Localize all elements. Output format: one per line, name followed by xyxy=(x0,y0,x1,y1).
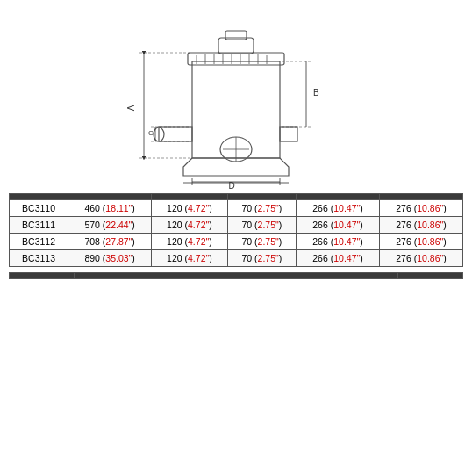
table-cell: 266 (10.47") xyxy=(297,217,380,234)
col-header-pressure xyxy=(268,273,333,279)
svg-rect-2 xyxy=(218,38,254,54)
svg-text:C: C xyxy=(148,129,154,137)
dimensions-table: BC3110460 (18.11")120 (4.72")70 (2.75")2… xyxy=(9,193,463,267)
col-header-pipe xyxy=(139,273,204,279)
table-row: BC3112708 (27.87")120 (4.72")70 (2.75")2… xyxy=(10,234,463,250)
table-cell: 460 (18.11") xyxy=(68,200,152,217)
col-header-b xyxy=(152,194,228,200)
table-cell: 70 (2.75") xyxy=(227,234,296,250)
col-header-c xyxy=(227,194,296,200)
table-cell: 276 (10.86") xyxy=(379,217,462,234)
table-cell: 266 (10.47") xyxy=(297,200,380,217)
diagram-section: A C B D E xyxy=(9,9,463,193)
col-header-model2 xyxy=(10,273,75,279)
table-cell: BC3112 xyxy=(10,234,68,250)
svg-text:E: E xyxy=(233,188,240,189)
table-cell: 70 (2.75") xyxy=(227,250,296,267)
svg-text:A: A xyxy=(126,105,136,111)
specs-table-wrapper xyxy=(9,272,463,279)
table-cell: 266 (10.47") xyxy=(297,234,380,250)
svg-rect-15 xyxy=(280,127,297,141)
specs-table xyxy=(9,272,463,279)
col-header-e xyxy=(379,194,462,200)
col-header-weight xyxy=(333,273,398,279)
table-cell: 120 (4.72") xyxy=(152,234,228,250)
col-header-d xyxy=(297,194,380,200)
table-cell: 890 (35.03") xyxy=(68,250,152,267)
table-cell: 276 (10.86") xyxy=(379,200,462,217)
table-row: BC3110460 (18.11")120 (4.72")70 (2.75")2… xyxy=(10,200,463,217)
table-cell: 120 (4.72") xyxy=(152,250,228,267)
table-cell: BC3113 xyxy=(10,250,68,267)
table-cell: 266 (10.47") xyxy=(297,250,380,267)
table-cell: BC3111 xyxy=(10,217,68,234)
table-cell: 570 (22.44") xyxy=(68,217,152,234)
filter-diagram: A C B D E xyxy=(13,13,459,189)
table-row: BC3111570 (22.44")120 (4.72")70 (2.75")2… xyxy=(10,217,463,234)
table-cell: 120 (4.72") xyxy=(152,217,228,234)
col-header-flow-rate xyxy=(204,273,268,279)
col-header-a xyxy=(68,194,152,200)
svg-rect-1 xyxy=(188,53,284,65)
table-cell: 276 (10.86") xyxy=(379,250,462,267)
table-cell: 70 (2.75") xyxy=(227,200,296,217)
col-header-filter-area xyxy=(74,273,139,279)
table-cell: 276 (10.86") xyxy=(379,234,462,250)
dimensions-table-wrapper: BC3110460 (18.11")120 (4.72")70 (2.75")2… xyxy=(9,193,463,267)
table-cell: 120 (4.72") xyxy=(152,200,228,217)
table-cell: 70 (2.75") xyxy=(227,217,296,234)
table-cell: BC3110 xyxy=(10,200,68,217)
col-header-model xyxy=(10,194,68,200)
table-row: BC3113890 (35.03")120 (4.72")70 (2.75")2… xyxy=(10,250,463,267)
col-header-carton xyxy=(398,273,463,279)
svg-text:B: B xyxy=(313,88,319,97)
table-cell: 708 (27.87") xyxy=(68,234,152,250)
